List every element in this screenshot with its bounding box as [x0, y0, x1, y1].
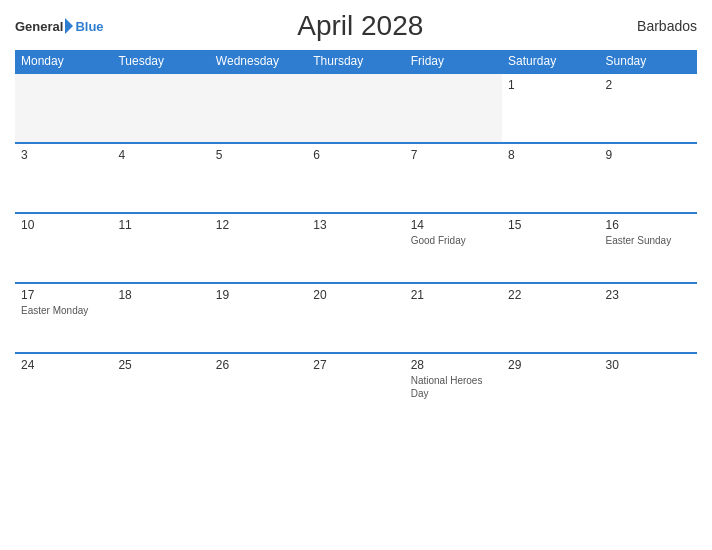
calendar-cell: 6: [307, 143, 404, 213]
day-number: 22: [508, 288, 593, 302]
calendar-title: April 2028: [104, 10, 617, 42]
day-number: 12: [216, 218, 301, 232]
calendar-cell: 24: [15, 353, 112, 423]
holiday-label: Easter Monday: [21, 304, 106, 317]
day-number: 24: [21, 358, 106, 372]
day-number: 7: [411, 148, 496, 162]
calendar-cell: 2: [600, 73, 697, 143]
col-thursday: Thursday: [307, 50, 404, 73]
logo-blue-text: Blue: [75, 19, 103, 34]
logo: General Blue: [15, 18, 104, 34]
calendar-cell: 21: [405, 283, 502, 353]
day-number: 23: [606, 288, 691, 302]
day-number: 5: [216, 148, 301, 162]
day-number: 18: [118, 288, 203, 302]
calendar-cell: 13: [307, 213, 404, 283]
day-number: 25: [118, 358, 203, 372]
day-number: 11: [118, 218, 203, 232]
calendar-cell: 22: [502, 283, 599, 353]
day-number: 6: [313, 148, 398, 162]
calendar-week-row: 2425262728National Heroes Day2930: [15, 353, 697, 423]
day-number: 28: [411, 358, 496, 372]
day-number: 1: [508, 78, 593, 92]
calendar-cell: 1: [502, 73, 599, 143]
calendar-cell: [210, 73, 307, 143]
day-number: 14: [411, 218, 496, 232]
calendar-cell: 10: [15, 213, 112, 283]
calendar-cell: 27: [307, 353, 404, 423]
calendar-cell: [405, 73, 502, 143]
day-number: 13: [313, 218, 398, 232]
calendar-cell: 30: [600, 353, 697, 423]
day-number: 2: [606, 78, 691, 92]
calendar-cell: 28National Heroes Day: [405, 353, 502, 423]
day-number: 21: [411, 288, 496, 302]
col-sunday: Sunday: [600, 50, 697, 73]
col-wednesday: Wednesday: [210, 50, 307, 73]
col-tuesday: Tuesday: [112, 50, 209, 73]
day-number: 30: [606, 358, 691, 372]
holiday-label: National Heroes Day: [411, 374, 496, 400]
calendar-cell: 20: [307, 283, 404, 353]
day-number: 29: [508, 358, 593, 372]
holiday-label: Easter Sunday: [606, 234, 691, 247]
day-number: 10: [21, 218, 106, 232]
calendar-cell: [112, 73, 209, 143]
calendar-cell: 5: [210, 143, 307, 213]
calendar-cell: 11: [112, 213, 209, 283]
calendar-cell: 12: [210, 213, 307, 283]
col-monday: Monday: [15, 50, 112, 73]
day-number: 16: [606, 218, 691, 232]
calendar-cell: 16Easter Sunday: [600, 213, 697, 283]
day-number: 4: [118, 148, 203, 162]
calendar-table: Monday Tuesday Wednesday Thursday Friday…: [15, 50, 697, 423]
col-saturday: Saturday: [502, 50, 599, 73]
logo-triangle-icon: [65, 18, 73, 34]
calendar-cell: 17Easter Monday: [15, 283, 112, 353]
calendar-cell: 8: [502, 143, 599, 213]
day-number: 26: [216, 358, 301, 372]
country-label: Barbados: [617, 18, 697, 34]
calendar-cell: 23: [600, 283, 697, 353]
day-number: 17: [21, 288, 106, 302]
day-number: 8: [508, 148, 593, 162]
day-number: 15: [508, 218, 593, 232]
weekday-header-row: Monday Tuesday Wednesday Thursday Friday…: [15, 50, 697, 73]
calendar-week-row: 12: [15, 73, 697, 143]
calendar-cell: 19: [210, 283, 307, 353]
day-number: 3: [21, 148, 106, 162]
holiday-label: Good Friday: [411, 234, 496, 247]
calendar-week-row: 3456789: [15, 143, 697, 213]
calendar-week-row: 17Easter Monday181920212223: [15, 283, 697, 353]
logo-general-text: General: [15, 19, 63, 34]
calendar-cell: 29: [502, 353, 599, 423]
col-friday: Friday: [405, 50, 502, 73]
calendar-cell: 25: [112, 353, 209, 423]
calendar-cell: 7: [405, 143, 502, 213]
calendar-cell: 18: [112, 283, 209, 353]
calendar-cell: [15, 73, 112, 143]
calendar-page: General Blue April 2028 Barbados Monday …: [0, 0, 712, 550]
header: General Blue April 2028 Barbados: [15, 10, 697, 42]
calendar-cell: 14Good Friday: [405, 213, 502, 283]
calendar-cell: 4: [112, 143, 209, 213]
day-number: 19: [216, 288, 301, 302]
calendar-cell: 3: [15, 143, 112, 213]
day-number: 27: [313, 358, 398, 372]
calendar-week-row: 1011121314Good Friday1516Easter Sunday: [15, 213, 697, 283]
calendar-cell: 15: [502, 213, 599, 283]
day-number: 20: [313, 288, 398, 302]
calendar-cell: [307, 73, 404, 143]
calendar-cell: 26: [210, 353, 307, 423]
day-number: 9: [606, 148, 691, 162]
calendar-cell: 9: [600, 143, 697, 213]
